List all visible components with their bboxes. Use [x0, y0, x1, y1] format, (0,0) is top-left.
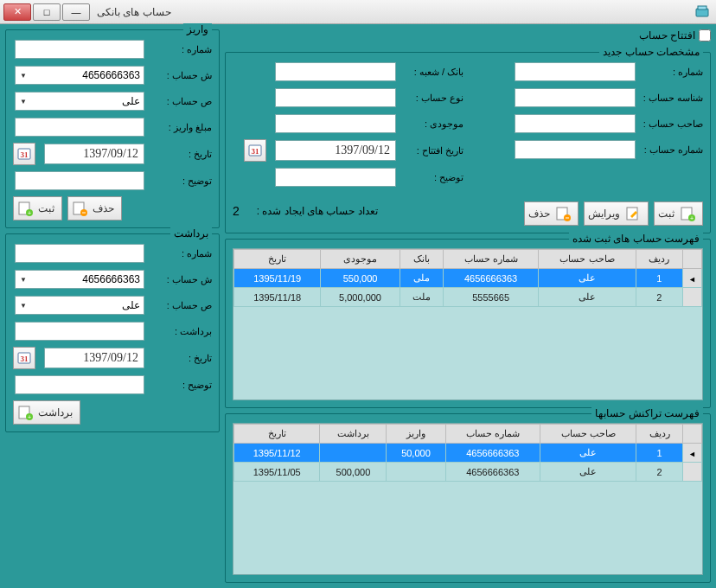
- trans-th-date: تاریخ: [234, 425, 320, 444]
- dep-date-input[interactable]: 1397/09/12: [44, 144, 144, 164]
- accounts-th-owner: صاحب حساب: [539, 250, 636, 269]
- svg-rect-1: [698, 6, 706, 10]
- wd-date-input[interactable]: 1397/09/12: [44, 348, 144, 368]
- close-button[interactable]: ✕: [3, 3, 31, 21]
- na-owner-label: صاحب حساب :: [641, 118, 703, 130]
- transactions-table: ردیف صاحب حساب شماره حساب واریز برداشت ت…: [233, 424, 702, 482]
- wd-date-picker-button[interactable]: 31: [13, 347, 35, 369]
- cell-date: 1395/11/18: [234, 288, 321, 307]
- table-row[interactable]: 2 علی 4656666363 500,000 1395/11/05: [234, 463, 702, 482]
- window-title: حساب های بانکی: [97, 6, 171, 18]
- accounts-th-row: ردیف: [636, 250, 683, 269]
- row-selector: [683, 288, 702, 307]
- wd-accno-combo[interactable]: 4656666363▼: [15, 270, 144, 289]
- dep-number-label: شماره :: [150, 44, 212, 55]
- table-row[interactable]: 1 علی 4656666363 50,000 1395/11/12: [234, 444, 702, 463]
- na-edit-button[interactable]: ویرایش: [584, 201, 649, 226]
- table-row[interactable]: 2 علی 5555665 ملت 5,000,000 1395/11/18: [234, 288, 702, 307]
- withdraw-group: برداشت شماره : ش حساب :4656666363▼ ص حسا…: [5, 233, 220, 432]
- accounts-list-group: فهرست حساب های ثبت شده ردیف صاحب حساب شم…: [225, 239, 711, 408]
- na-delete-button[interactable]: حذف: [524, 201, 579, 226]
- withdraw-title: برداشت: [170, 227, 212, 240]
- deposit-title: واریز: [183, 23, 212, 35]
- wd-number-input[interactable]: [15, 244, 144, 263]
- dep-accno-combo[interactable]: 4656666363▼: [15, 66, 144, 85]
- na-owner-input[interactable]: [515, 114, 636, 133]
- row-selector: [683, 269, 702, 288]
- cell-balance: 5,000,000: [321, 288, 400, 307]
- svg-text:+: +: [28, 414, 31, 420]
- open-account-checkbox[interactable]: [699, 29, 711, 42]
- wd-owner-value: علی: [122, 299, 140, 311]
- na-balance-input[interactable]: [275, 114, 396, 133]
- cell-owner: علی: [539, 269, 636, 288]
- na-type-input[interactable]: [275, 88, 396, 107]
- na-accno-input[interactable]: [515, 140, 636, 159]
- na-bank-input[interactable]: [275, 62, 396, 81]
- dep-delete-button[interactable]: حذف: [67, 196, 122, 220]
- dep-desc-input[interactable]: [15, 171, 144, 190]
- na-number-label: شماره :: [641, 67, 703, 78]
- svg-text:+: +: [28, 210, 31, 216]
- cell-owner: علی: [540, 444, 636, 463]
- na-desc-input[interactable]: [275, 168, 396, 187]
- wd-owner-combo[interactable]: علی▼: [15, 296, 144, 315]
- dep-number-input[interactable]: [15, 40, 144, 59]
- dep-date-label: تاریخ :: [150, 149, 212, 160]
- wd-number-label: شماره :: [150, 248, 212, 259]
- accounts-th-accno: شماره حساب: [443, 250, 539, 269]
- na-id-input[interactable]: [515, 88, 636, 107]
- trans-th-accno: شماره حساب: [445, 425, 540, 444]
- accounts-th-date: تاریخ: [234, 250, 321, 269]
- wd-amount-input[interactable]: [15, 322, 144, 341]
- dep-save-button[interactable]: +ثبت: [13, 196, 62, 220]
- na-opendate-picker-button[interactable]: 31: [244, 139, 266, 162]
- na-balance-label: موجودی :: [401, 118, 463, 130]
- dep-amount-label: مبلغ واریز :: [150, 122, 212, 133]
- wd-date-label: تاریخ :: [150, 353, 212, 364]
- minimize-button[interactable]: ―: [62, 3, 90, 21]
- accounts-table-wrap[interactable]: ردیف صاحب حساب شماره حساب بانک موجودی تا…: [233, 248, 703, 400]
- open-account-label: افتتاح حساب: [639, 29, 695, 42]
- table-row[interactable]: 1 علی 4656666363 ملی 550,000 1395/11/19: [234, 269, 702, 288]
- dep-owner-combo[interactable]: علی▼: [15, 92, 144, 111]
- dep-amount-input[interactable]: [15, 118, 144, 137]
- transactions-group: فهرست تراکنش حسابها ردیف صاحب حساب شماره…: [225, 413, 711, 583]
- chevron-down-icon: ▼: [17, 299, 29, 311]
- cell-account-no: 4656666363: [445, 463, 540, 482]
- na-opendate-input[interactable]: 1397/09/12: [275, 140, 396, 161]
- cell-account-no: 4656666363: [443, 269, 539, 288]
- na-save-button[interactable]: +ثبت: [654, 201, 703, 226]
- cell-withdraw: [320, 444, 387, 463]
- cell-account-no: 5555665: [443, 288, 539, 307]
- wd-accno-value: 4656666363: [82, 273, 140, 285]
- cell-bank: ملی: [400, 269, 443, 288]
- accounts-list-title: فهرست حساب های ثبت شده: [569, 233, 703, 245]
- dep-date-picker-button[interactable]: 31: [13, 143, 35, 165]
- cell-row: 2: [636, 288, 683, 307]
- svg-text:31: 31: [20, 355, 29, 363]
- cell-account-no: 4656666363: [445, 444, 540, 463]
- wd-desc-input[interactable]: [15, 375, 144, 394]
- accounts-table: ردیف صاحب حساب شماره حساب بانک موجودی تا…: [233, 249, 702, 307]
- wd-withdraw-label: برداشت: [38, 406, 73, 419]
- cell-date: 1395/11/19: [234, 269, 321, 288]
- cell-balance: 550,000: [321, 269, 400, 288]
- wd-withdraw-button[interactable]: +برداشت: [13, 400, 80, 425]
- na-opendate-label: تاریخ افتتاح :: [401, 145, 463, 157]
- na-edit-label: ویرایش: [588, 208, 620, 220]
- open-account-row: افتتاح حساب: [225, 29, 711, 42]
- trans-th-withdraw: برداشت: [320, 425, 387, 444]
- transactions-table-wrap[interactable]: ردیف صاحب حساب شماره حساب واریز برداشت ت…: [233, 423, 703, 575]
- na-number-input[interactable]: [515, 62, 636, 81]
- maximize-button[interactable]: □: [33, 3, 61, 21]
- cell-owner: علی: [539, 288, 636, 307]
- dep-owner-label: ص حساب :: [150, 96, 212, 107]
- wd-desc-label: توضیح :: [150, 380, 212, 391]
- dep-desc-label: توضیح :: [150, 176, 212, 187]
- svg-text:+: +: [690, 215, 694, 221]
- trans-th-row: ردیف: [636, 425, 683, 444]
- na-bank-label: بانک / شعبه :: [401, 67, 463, 78]
- row-selector: [683, 444, 702, 463]
- trans-th-deposit: واریز: [387, 425, 445, 444]
